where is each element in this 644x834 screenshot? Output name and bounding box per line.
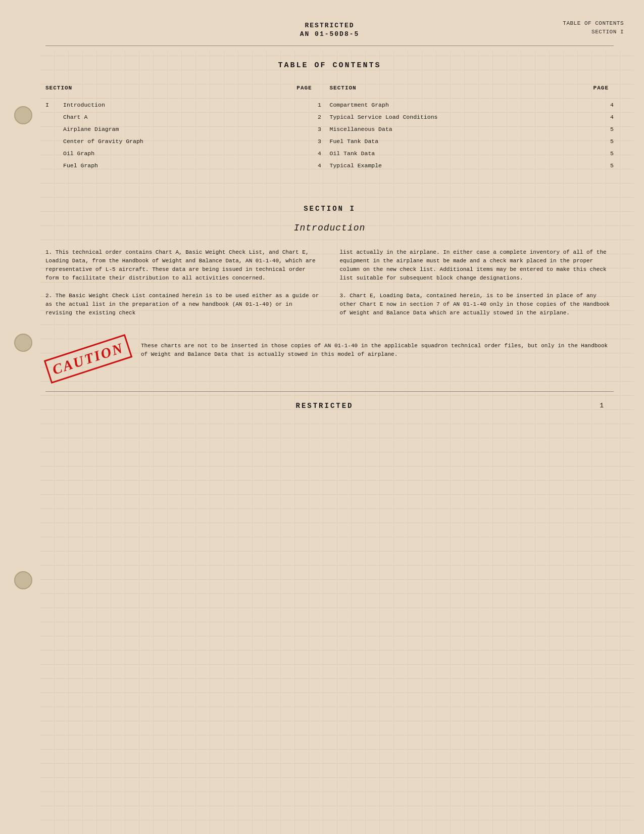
caution-section: CAUTION These charts are not to be inser… [45,342,614,371]
section1-header: SECTION I [45,205,614,213]
toc-right-column: SECTION PAGE Compartment Graph 4 Typical… [330,85,614,174]
body-columns: 1. This technical order contains Chart A… [45,248,614,327]
toc-page-col-label: PAGE [294,85,315,91]
toc-right-page-typical: 5 [604,162,614,170]
toc-entry-title-diagram: Airplane Diagram [61,125,310,133]
toc-page-fuel: 4 [310,162,330,170]
header-divider [45,45,614,46]
toc-right-entry-misc: Miscellaneous Data 5 [330,125,614,133]
caution-stamp-text: CAUTION [44,334,133,384]
caution-body-text: These charts are not to be inserted in t… [141,342,614,359]
header-center: RESTRICTED AN 01-50D8-5 [136,19,523,38]
body-para-2: 2. The Basic Weight Check List contained… [45,292,320,317]
toc-right-title-fueltank: Fuel Tank Data [330,137,604,146]
toc-right-title-typical: Typical Example [330,162,604,170]
toc-right-header: SECTION PAGE [330,85,614,91]
toc-left-column: SECTION PAGE I Introduction 1 Chart A 2 [45,85,330,174]
toc-entry-title-intro: Introduction [61,101,310,109]
toc-section-col-label: SECTION [45,85,76,91]
toc-right-title-misc: Miscellaneous Data [330,125,604,133]
toc-entry-title-fuel: Fuel Graph [61,162,310,170]
toc-entry-title-oil: Oil Graph [61,150,310,158]
toc-right-entry-fueltank: Fuel Tank Data 5 [330,137,614,146]
toc-right-title-oiltank: Oil Tank Data [330,150,604,158]
toc-entry-fuel: Fuel Graph 4 [45,162,330,170]
toc-section-col-label-right: SECTION [330,85,360,91]
toc-entry-gravity: Center of Gravity Graph 3 [45,137,330,146]
page-footer: RESTRICTED 1 [45,397,614,418]
toc-columns: SECTION PAGE I Introduction 1 Chart A 2 [45,85,614,174]
footer-page-number: 1 [588,402,604,409]
toc-right-page-oiltank: 5 [604,150,614,158]
toc-header-label: TABLE OF CONTENTS [523,19,624,28]
toc-right-entry-compartment: Compartment Graph 4 [330,101,614,109]
body-para-1: 1. This technical order contains Chart A… [45,248,320,283]
toc-right-page-fueltank: 5 [604,137,614,146]
doc-number: AN 01-50D8-5 [136,30,523,38]
toc-right-entry-oiltank: Oil Tank Data 5 [330,150,614,158]
footer-restricted-label: RESTRICTED [61,402,588,410]
binder-hole-3 [14,571,32,589]
main-content: TABLE OF CONTENTS SECTION PAGE I Introdu… [45,61,614,418]
toc-section-num-1: I [45,101,61,109]
footer-divider [45,391,614,392]
section-header-label: SECTION I [523,28,624,36]
toc-title: TABLE OF CONTENTS [45,61,614,70]
header-right: TABLE OF CONTENTS SECTION I [523,19,624,36]
toc-left-header: SECTION PAGE [45,85,330,91]
toc-entry-title-charta: Chart A [61,113,310,121]
caution-stamp: CAUTION [44,340,132,379]
toc-entry-diagram: Airplane Diagram 3 [45,125,330,133]
section1-subheader: Introduction [45,223,614,233]
toc-right-page-misc: 5 [604,125,614,133]
toc-right-page-service: 4 [604,113,614,121]
toc-entry-title-gravity: Center of Gravity Graph [61,137,310,146]
toc-page-diagram: 3 [310,125,330,133]
toc-right-entry-typical: Typical Example 5 [330,162,614,170]
body-para-4: 3. Chart E, Loading Data, contained here… [340,292,614,317]
page-header: RESTRICTED AN 01-50D8-5 TABLE OF CONTENT… [30,10,634,43]
toc-right-entry-service: Typical Service Load Conditions 4 [330,113,614,121]
toc-page-col-label-right: PAGE [593,85,609,91]
toc-entry-charta: Chart A 2 [45,113,330,121]
toc-entry-introduction: I Introduction 1 [45,101,330,109]
toc-page-charta: 2 [310,113,330,121]
restricted-label: RESTRICTED [136,22,523,29]
toc-right-title-compartment: Compartment Graph [330,101,604,109]
body-right-col: list actually in the airplane. In either… [340,248,614,327]
toc-entry-oil: Oil Graph 4 [45,150,330,158]
toc-page-gravity: 3 [310,137,330,146]
toc-page-oil: 4 [310,150,330,158]
toc-right-title-service: Typical Service Load Conditions [330,113,604,121]
toc-right-page-compartment: 4 [604,101,614,109]
body-left-col: 1. This technical order contains Chart A… [45,248,320,327]
body-para-3: list actually in the airplane. In either… [340,248,614,283]
toc-page-intro: 1 [310,101,330,109]
